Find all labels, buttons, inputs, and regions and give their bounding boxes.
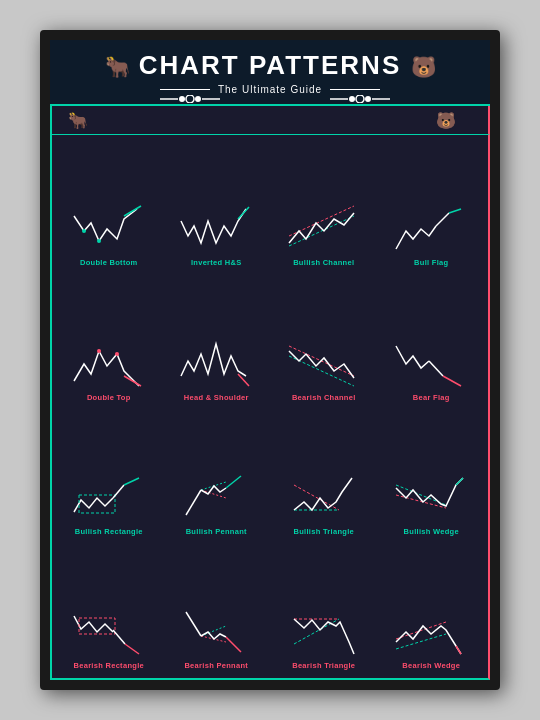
- bear-flag-chart: [391, 336, 471, 391]
- svg-text:🐂: 🐂: [105, 54, 131, 80]
- pattern-bearish-channel: Bearish Channel: [271, 273, 377, 405]
- subtitle: The Ultimate Guide: [218, 84, 322, 95]
- pattern-bullish-triangle: Bullish Triangle: [271, 408, 377, 540]
- bearish-pennant-chart: [176, 604, 256, 659]
- bull-small-icon: 🐂: [68, 110, 104, 130]
- bullish-pennant-chart: [176, 470, 256, 525]
- label-bearish-triangle: Bearish Triangle: [292, 661, 355, 670]
- svg-line-45: [186, 612, 201, 636]
- svg-text:🐻: 🐻: [436, 111, 456, 130]
- svg-line-44: [125, 644, 139, 654]
- svg-line-14: [124, 206, 141, 216]
- pattern-bullish-wedge: Bullish Wedge: [379, 408, 485, 540]
- pattern-bullish-pennant: Bullish Pennant: [164, 408, 270, 540]
- svg-line-33: [186, 490, 201, 515]
- double-top-chart: [69, 336, 149, 391]
- svg-line-20: [436, 213, 449, 226]
- svg-line-50: [294, 619, 339, 644]
- svg-line-48: [226, 637, 241, 652]
- svg-line-36: [226, 476, 241, 488]
- animals-divider: 🐂 🐻: [50, 106, 490, 135]
- pattern-bullish-rectangle: Bullish Rectangle: [56, 408, 162, 540]
- pattern-bearish-rectangle: Bearish Rectangle: [56, 542, 162, 674]
- pattern-double-top: Double Top: [56, 273, 162, 405]
- svg-line-51: [396, 622, 446, 639]
- svg-line-22: [124, 376, 141, 386]
- label-bullish-wedge: Bullish Wedge: [404, 527, 459, 536]
- bullish-wedge-chart: [391, 470, 471, 525]
- pattern-bullish-channel: Bullish Channel: [271, 139, 377, 271]
- label-bearish-channel: Bearish Channel: [292, 393, 356, 402]
- bullish-rectangle-chart: [69, 470, 149, 525]
- patterns-grid: Double Bottom Inverted H&S Bullish Chann…: [50, 135, 490, 680]
- svg-text:🐂: 🐂: [68, 111, 88, 130]
- svg-point-10: [365, 96, 371, 102]
- bullish-channel-chart: [284, 201, 364, 256]
- pattern-bearish-triangle: Bearish Triangle: [271, 542, 377, 674]
- pattern-bearish-wedge: Bearish Wedge: [379, 542, 485, 674]
- bear-icon: 🐻: [409, 52, 437, 80]
- main-title: CHART PATTERNS: [139, 50, 401, 81]
- divider-right: [330, 89, 380, 90]
- svg-point-23: [97, 349, 101, 353]
- pattern-bearish-pennant: Bearish Pennant: [164, 542, 270, 674]
- svg-point-4: [186, 95, 194, 103]
- svg-point-15: [97, 239, 101, 243]
- double-bottom-chart: [69, 201, 149, 256]
- bearish-wedge-chart: [391, 604, 471, 659]
- svg-text:🐻: 🐻: [411, 54, 437, 80]
- pattern-double-bottom: Double Bottom: [56, 139, 162, 271]
- bull-icon: 🐂: [103, 52, 131, 80]
- svg-point-3: [179, 96, 185, 102]
- label-inverted-hs: Inverted H&S: [191, 258, 242, 267]
- svg-point-16: [82, 229, 86, 233]
- svg-line-38: [294, 485, 339, 510]
- label-head-shoulder: Head & Shoulder: [184, 393, 249, 402]
- pattern-bull-flag: Bull Flag: [379, 139, 485, 271]
- bearish-channel-chart: [284, 336, 364, 391]
- bearish-triangle-chart: [284, 604, 364, 659]
- svg-line-21: [449, 209, 461, 213]
- divider-left: [160, 89, 210, 90]
- label-bullish-rectangle: Bullish Rectangle: [75, 527, 143, 536]
- bullish-triangle-chart: [284, 470, 364, 525]
- header: 🐂 CHART PATTERNS 🐻 The Ultimate Guide: [50, 40, 490, 106]
- head-shoulder-chart: [176, 336, 256, 391]
- svg-line-28: [429, 361, 443, 376]
- svg-line-25: [238, 374, 249, 386]
- label-bullish-channel: Bullish Channel: [293, 258, 354, 267]
- bull-flag-chart: [391, 201, 471, 256]
- label-bullish-triangle: Bullish Triangle: [293, 527, 354, 536]
- svg-line-31: [113, 485, 124, 498]
- pattern-bear-flag: Bear Flag: [379, 273, 485, 405]
- label-bearish-pennant: Bearish Pennant: [184, 661, 248, 670]
- label-bearish-wedge: Bearish Wedge: [402, 661, 460, 670]
- svg-point-5: [195, 96, 201, 102]
- svg-line-41: [456, 478, 463, 485]
- svg-line-17: [238, 207, 249, 219]
- label-double-top: Double Top: [87, 393, 131, 402]
- svg-point-8: [349, 96, 355, 102]
- svg-point-9: [356, 95, 364, 103]
- label-bearish-rectangle: Bearish Rectangle: [73, 661, 144, 670]
- label-bull-flag: Bull Flag: [414, 258, 448, 267]
- svg-line-53: [456, 646, 461, 654]
- svg-line-29: [443, 376, 461, 386]
- bear-small-icon: 🐻: [436, 110, 472, 130]
- label-bear-flag: Bear Flag: [413, 393, 450, 402]
- inverted-hs-chart: [176, 201, 256, 256]
- label-bullish-pennant: Bullish Pennant: [186, 527, 247, 536]
- svg-line-43: [113, 630, 125, 644]
- poster-frame: 🐂 CHART PATTERNS 🐻 The Ultimate Guide: [40, 30, 500, 690]
- bearish-rectangle-chart: [69, 604, 149, 659]
- pattern-inverted-hs: Inverted H&S: [164, 139, 270, 271]
- pattern-head-shoulder: Head & Shoulder: [164, 273, 270, 405]
- label-double-bottom: Double Bottom: [80, 258, 138, 267]
- svg-point-24: [115, 352, 119, 356]
- svg-line-32: [124, 478, 139, 485]
